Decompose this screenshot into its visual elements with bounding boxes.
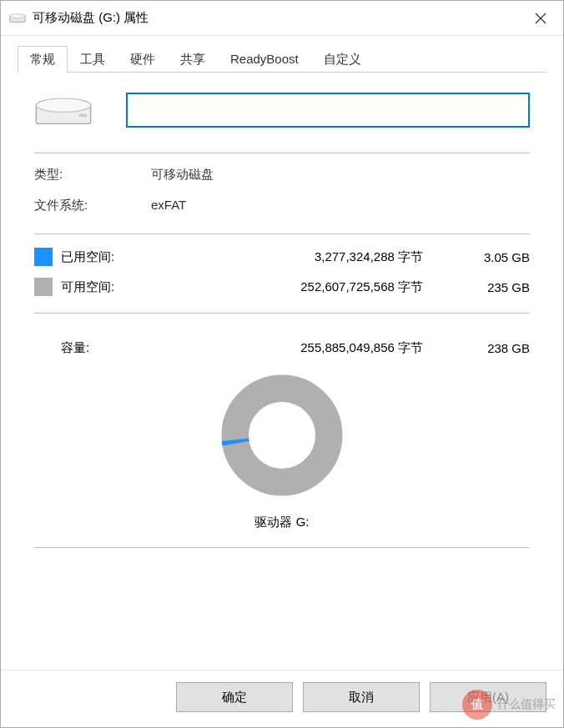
capacity-bytes: 255,885,049,856 字节 (156, 340, 443, 356)
close-button[interactable] (521, 5, 560, 32)
svg-point-7 (235, 389, 330, 483)
used-human: 3.05 GB (446, 250, 530, 264)
tab-bar: 常规 工具 硬件 共享 ReadyBoost 自定义 (1, 36, 563, 73)
free-swatch (34, 278, 53, 296)
tab-custom[interactable]: 自定义 (311, 46, 374, 73)
drive-icon (9, 10, 26, 27)
separator (34, 313, 530, 314)
separator (34, 547, 530, 548)
drive-label: 驱动器 G: (254, 515, 309, 530)
used-bytes: 3,277,324,288 字节 (156, 249, 443, 265)
used-space-row: 已用空间: 3,277,324,288 字节 3.05 GB (34, 248, 530, 266)
svg-rect-6 (79, 114, 87, 118)
drive-large-icon (34, 93, 93, 127)
free-space-row: 可用空间: 252,607,725,568 字节 235 GB (34, 278, 530, 296)
free-human: 235 GB (446, 280, 530, 294)
properties-window: 可移动磁盘 (G:) 属性 常规 工具 硬件 共享 ReadyBoost 自定义… (0, 0, 564, 728)
tab-readyboost[interactable]: ReadyBoost (218, 46, 311, 73)
svg-point-5 (36, 98, 90, 112)
used-label: 已用空间: (61, 249, 153, 265)
apply-button[interactable]: 应用(A) (430, 682, 546, 712)
free-bytes: 252,607,725,568 字节 (156, 279, 443, 295)
used-swatch (34, 248, 53, 266)
window-title: 可移动磁盘 (G:) 属性 (33, 10, 521, 26)
donut-chart-icon (219, 373, 345, 498)
ok-button[interactable]: 确定 (176, 682, 293, 712)
capacity-label: 容量: (61, 340, 153, 356)
separator (34, 233, 530, 234)
capacity-human: 238 GB (446, 341, 530, 355)
usage-chart: 驱动器 G: (34, 373, 530, 530)
svg-point-1 (10, 13, 25, 18)
tab-tools[interactable]: 工具 (68, 46, 118, 73)
close-icon (535, 13, 546, 24)
capacity-row: 容量: 255,885,049,856 字节 238 GB (34, 340, 530, 356)
type-label: 类型: (34, 167, 151, 183)
cancel-button[interactable]: 取消 (303, 682, 420, 712)
dialog-buttons: 确定 取消 应用(A) (1, 670, 563, 727)
filesystem-label: 文件系统: (34, 198, 151, 213)
tab-sharing[interactable]: 共享 (168, 46, 218, 73)
tab-content: 类型: 可移动磁盘 文件系统: exFAT 已用空间: 3,277,324,28… (1, 73, 563, 670)
tab-general[interactable]: 常规 (18, 46, 68, 73)
titlebar: 可移动磁盘 (G:) 属性 (1, 1, 563, 36)
free-label: 可用空间: (61, 279, 153, 295)
drive-name-input[interactable] (126, 93, 530, 128)
separator (34, 153, 530, 153)
type-value: 可移动磁盘 (151, 167, 530, 183)
filesystem-value: exFAT (151, 198, 530, 213)
tab-hardware[interactable]: 硬件 (118, 46, 168, 73)
